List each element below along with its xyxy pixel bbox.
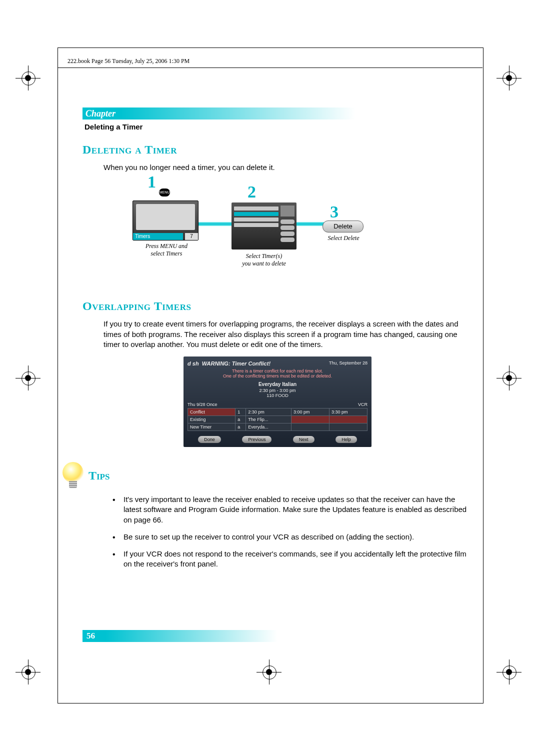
menu-button-icon: MENU xyxy=(159,188,170,196)
tip-item: If your VCR does not respond to the rece… xyxy=(112,549,472,570)
delete-button: Delete xyxy=(322,220,364,232)
step-number-1: 1 xyxy=(148,172,156,192)
caption-line: you want to delete xyxy=(242,260,286,267)
section-header: Deleting a Timer xyxy=(84,122,472,131)
caption-line: select Timers xyxy=(151,250,182,257)
conflict-program: Everyday Italian xyxy=(188,382,368,387)
divider xyxy=(58,68,482,68)
previous-button: Previous xyxy=(242,436,272,443)
conflict-time-channel: 2:30 pm - 3:00 pm110 FOOD xyxy=(188,388,368,398)
chapter-label: Chapter xyxy=(82,108,116,118)
book-metadata-line: 222.book Page 56 Tuesday, July 25, 2006 … xyxy=(68,58,190,65)
page-number: 56 xyxy=(82,631,95,640)
timers-screen-thumbnail xyxy=(232,202,296,250)
steps-diagram: 1 MENU Timers 7 Press MENU and select Ti… xyxy=(102,180,472,280)
step3-caption: Select Delete xyxy=(322,234,364,242)
brand-logo: d sh xyxy=(188,360,199,366)
conflict-date: Thu, September 28 xyxy=(329,360,368,366)
timer-conflict-screenshot: d sh WARNING: Timer Conflict! Thu, Septe… xyxy=(184,356,372,447)
body-text: If you try to create event timers for ov… xyxy=(104,319,472,350)
tip-item: Be sure to set up the receiver to contro… xyxy=(112,532,472,542)
step1-caption: Press MENU and select Timers xyxy=(136,242,196,258)
caption-line: Select Timer(s) xyxy=(246,252,282,260)
conflict-message: There is a timer conflict for each red t… xyxy=(188,368,368,378)
step2-caption: Select Timer(s) you want to delete xyxy=(232,252,296,268)
heading-tips: Tips xyxy=(88,469,472,482)
next-button: Next xyxy=(293,436,314,443)
heading-overlapping-timers: Overlapping Timers xyxy=(82,300,472,313)
help-button: Help xyxy=(336,436,357,443)
tip-item: It's very important to leave the receive… xyxy=(112,494,472,525)
done-button: Done xyxy=(198,436,221,443)
step-number-2: 2 xyxy=(248,182,256,202)
heading-deleting-timer: Deleting a Timer xyxy=(82,143,472,156)
conflict-row-right: VCR xyxy=(358,402,368,407)
crop-mark-icon xyxy=(20,370,36,386)
lightbulb-icon xyxy=(60,461,86,493)
conflict-title: WARNING: Timer Conflict! xyxy=(202,360,270,366)
menu-item-timers: Timers xyxy=(133,233,183,240)
crop-mark-icon xyxy=(20,664,36,680)
crop-mark-icon xyxy=(501,70,517,86)
body-text: When you no longer need a timer, you can… xyxy=(104,162,472,172)
step-number-3: 3 xyxy=(330,202,338,222)
chapter-bar: Chapter xyxy=(82,108,472,120)
caption-line: Press MENU and xyxy=(146,242,188,250)
conflict-row-left: Thu 9/28 Once xyxy=(188,402,218,407)
crop-mark-icon xyxy=(20,70,36,86)
crop-mark-icon xyxy=(501,370,517,386)
crop-mark-icon xyxy=(501,664,517,680)
menu-item-number: 7 xyxy=(185,233,198,240)
menu-screen-thumbnail: Timers 7 xyxy=(132,200,198,240)
conflict-table: Conflict1 2:30 pm3:00 pm3:30 pm Existing… xyxy=(188,408,368,431)
page-number-bar: 56 xyxy=(82,630,472,642)
tips-list: It's very important to leave the receive… xyxy=(112,494,472,570)
